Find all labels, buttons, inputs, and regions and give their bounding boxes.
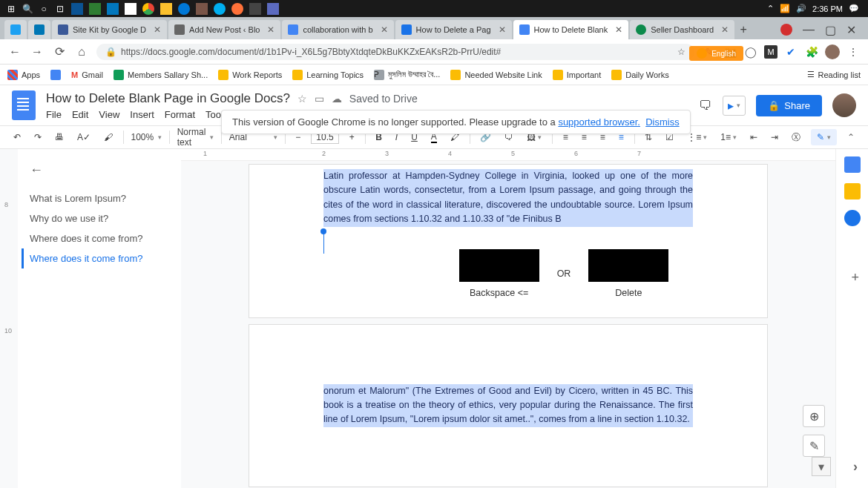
- taskbar-app[interactable]: [122, 1, 139, 17]
- back-icon[interactable]: ←: [7, 45, 22, 59]
- editing-mode-button[interactable]: ✎▾: [811, 129, 837, 145]
- supported-browser-link[interactable]: supported browser.: [558, 116, 640, 128]
- chevron-up-icon[interactable]: ⌃: [767, 4, 774, 13]
- close-icon[interactable]: ✕: [154, 24, 161, 35]
- cloud-icon[interactable]: ☁: [332, 93, 342, 105]
- numbered-list-icon[interactable]: 1≡▾: [717, 131, 740, 144]
- extensions-icon[interactable]: 🧩: [804, 44, 819, 59]
- cortana-icon[interactable]: ○: [36, 1, 52, 17]
- ext-m-icon[interactable]: M: [764, 45, 777, 59]
- close-icon[interactable]: ✕: [721, 24, 729, 35]
- collapse-icon[interactable]: ⌃: [844, 131, 858, 144]
- bookmark-item[interactable]: [50, 70, 61, 80]
- forward-icon[interactable]: →: [30, 45, 45, 59]
- zoom-select[interactable]: 100%▾: [131, 132, 162, 142]
- outline-item[interactable]: Why do we use it?: [30, 208, 174, 228]
- user-avatar[interactable]: [832, 93, 856, 117]
- bookmark-item[interactable]: ᕈমুসলিম উম্মাহর বৈ...: [374, 70, 440, 80]
- taskbar-app[interactable]: [193, 1, 211, 17]
- taskbar-app[interactable]: [264, 1, 282, 17]
- present-button[interactable]: ▸▾: [723, 96, 746, 116]
- tab-active[interactable]: How to Delete Blank✕: [513, 20, 629, 39]
- home-icon[interactable]: ⌂: [74, 45, 89, 59]
- redo-icon[interactable]: ↷: [31, 131, 45, 144]
- tab[interactable]: Add New Post ‹ Blo✕: [168, 20, 280, 39]
- language-widget[interactable]: English: [689, 46, 743, 61]
- menu-insert[interactable]: Insert: [130, 109, 154, 120]
- comments-icon[interactable]: 🗨: [699, 98, 712, 113]
- add-addon-icon[interactable]: +: [851, 270, 859, 286]
- docs-logo-icon[interactable]: [12, 90, 36, 120]
- print-icon[interactable]: 🖶: [52, 131, 67, 144]
- close-icon[interactable]: ✕: [499, 24, 506, 35]
- close-icon[interactable]: ✕: [267, 24, 274, 35]
- increase-indent-icon[interactable]: ⇥: [768, 131, 781, 144]
- keep-icon[interactable]: [844, 183, 861, 200]
- menu-file[interactable]: File: [46, 109, 62, 120]
- style-select[interactable]: Normal text▾: [177, 127, 214, 148]
- document-page[interactable]: Latin professor at Hampden-Sydney Colleg…: [249, 164, 768, 318]
- taskbar-app[interactable]: [104, 1, 122, 17]
- close-icon[interactable]: ✕: [381, 24, 388, 35]
- menu-icon[interactable]: ⋮: [846, 44, 861, 59]
- tab[interactable]: [4, 20, 27, 39]
- tab[interactable]: Site Kit by Google D✕: [52, 20, 167, 39]
- taskbar-skype[interactable]: [211, 1, 228, 17]
- bookmark-item[interactable]: Needed Website Link: [450, 70, 542, 80]
- outline-item[interactable]: What is Lorem Ipsum?: [30, 188, 174, 208]
- close-window-icon[interactable]: ✕: [846, 23, 856, 37]
- explore-edit-icon[interactable]: ✎: [803, 435, 825, 457]
- wifi-icon[interactable]: 📶: [780, 4, 790, 13]
- document-paragraph[interactable]: Latin professor at Hampden-Sydney Colleg…: [323, 169, 693, 227]
- bookmark-apps[interactable]: Apps: [7, 70, 40, 80]
- tab[interactable]: collaboration with b✕: [282, 20, 393, 39]
- page-scroll-area[interactable]: 1 2 3 4 5 6 7 Latin professor at Hampden…: [181, 149, 835, 488]
- menu-view[interactable]: View: [99, 109, 119, 120]
- bookmark-item[interactable]: Important: [553, 70, 601, 80]
- document-title[interactable]: How to Delete Blank Page in Google Docs?: [46, 91, 290, 106]
- stop-recording-icon[interactable]: [780, 24, 792, 36]
- new-tab-button[interactable]: +: [736, 22, 751, 37]
- spellcheck-icon[interactable]: A✓: [74, 131, 93, 144]
- ext-check-icon[interactable]: ✔: [783, 44, 798, 59]
- outline-item-active[interactable]: Where does it come from?: [22, 248, 174, 268]
- notifications-icon[interactable]: 💬: [849, 4, 859, 13]
- outline-back-icon[interactable]: ←: [30, 162, 174, 178]
- minimize-icon[interactable]: —: [803, 23, 815, 36]
- taskbar-chrome[interactable]: [139, 1, 157, 17]
- document-paragraph[interactable]: onorum et Malorum" (The Extremes of Good…: [323, 384, 693, 427]
- profile-icon[interactable]: [825, 44, 840, 59]
- scroll-down-icon[interactable]: ▾: [812, 457, 831, 476]
- show-side-panel-icon[interactable]: ›: [853, 459, 858, 475]
- explore-plus-icon[interactable]: ⊕: [803, 405, 825, 427]
- paint-format-icon[interactable]: 🖌: [101, 131, 116, 144]
- document-page[interactable]: onorum et Malorum" (The Extremes of Good…: [249, 324, 768, 487]
- taskbar-firefox[interactable]: [228, 1, 246, 17]
- dismiss-link[interactable]: Dismiss: [645, 116, 680, 128]
- bookmark-gmail[interactable]: MGmail: [71, 70, 103, 79]
- search-icon[interactable]: 🔍: [19, 1, 36, 17]
- decrease-indent-icon[interactable]: ⇤: [747, 131, 760, 144]
- tab[interactable]: How to Delete a Pag✕: [395, 20, 512, 39]
- outline-item[interactable]: Where does it come from?: [30, 228, 174, 248]
- taskbar-app[interactable]: [157, 1, 175, 17]
- tasks-icon[interactable]: [844, 210, 861, 226]
- tab[interactable]: [28, 20, 50, 39]
- volume-icon[interactable]: 🔊: [796, 4, 806, 13]
- clear-format-icon[interactable]: Ⓧ: [789, 130, 803, 145]
- menu-edit[interactable]: Edit: [72, 109, 88, 120]
- taskbar-app[interactable]: [246, 1, 264, 17]
- close-icon[interactable]: ✕: [615, 24, 622, 35]
- start-icon[interactable]: ⊞: [3, 1, 19, 17]
- menu-format[interactable]: Format: [165, 109, 195, 120]
- calendar-icon[interactable]: [844, 156, 861, 173]
- taskbar-app[interactable]: [68, 1, 86, 17]
- star-icon[interactable]: ☆: [297, 93, 307, 105]
- reading-list-button[interactable]: ☰Reading list: [807, 70, 861, 79]
- ext-circle-icon[interactable]: ◯: [743, 44, 758, 59]
- bookmark-item[interactable]: Members Sallary Sh...: [114, 70, 208, 80]
- move-icon[interactable]: ▭: [315, 93, 324, 105]
- bookmark-item[interactable]: Daily Works: [611, 70, 668, 80]
- taskview-icon[interactable]: ⊡: [52, 1, 68, 17]
- reload-icon[interactable]: ⟳: [52, 44, 67, 59]
